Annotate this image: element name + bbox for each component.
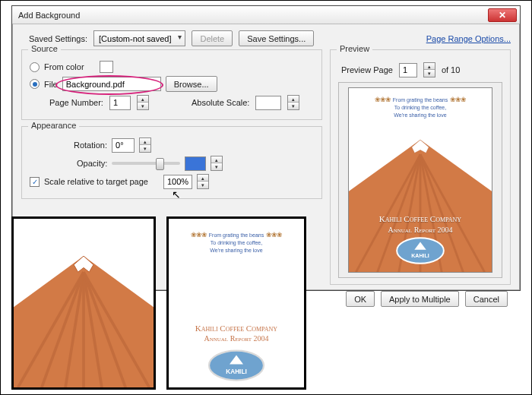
preview-of-label: of 10: [442, 65, 460, 74]
preview-page: ❀❀❀ From grating the beans ❀❀❀ To drinki…: [348, 87, 492, 273]
scale-relative-field[interactable]: 100%: [163, 175, 192, 189]
appearance-legend: Appearance: [28, 121, 79, 130]
source-legend: Source: [28, 44, 61, 53]
ok-button[interactable]: OK: [346, 291, 375, 307]
page-number-spinner[interactable]: ▴▾: [137, 95, 149, 110]
saved-settings-select[interactable]: [Custom-not saved]: [93, 30, 185, 46]
from-color-label: From color: [44, 62, 84, 71]
opacity-spinner[interactable]: ▴▾: [211, 156, 223, 171]
saved-settings-label: Saved Settings:: [29, 34, 87, 43]
svg-text:KAHILI: KAHILI: [411, 253, 429, 258]
absolute-scale-label: Absolute Scale:: [192, 98, 249, 107]
kahili-logo: KAHILI: [395, 237, 445, 264]
cover-subtitle: Annual Report 2004: [349, 226, 492, 234]
absolute-scale-field[interactable]: [255, 96, 281, 110]
file-label: File: [44, 80, 58, 89]
save-settings-button[interactable]: Save Settings...: [239, 30, 314, 46]
from-color-radio[interactable]: [30, 62, 40, 72]
source-group: Source From color File Background.pdf Br…: [21, 49, 322, 120]
preview-quotes: ❀❀❀ From grating the beans ❀❀❀ To drinki…: [349, 94, 492, 119]
cancel-button[interactable]: Cancel: [465, 291, 508, 307]
scale-relative-checkbox[interactable]: [30, 177, 40, 187]
browse-button[interactable]: Browse...: [166, 76, 217, 92]
file-field[interactable]: Background.pdf: [62, 77, 161, 91]
svg-point-9: [397, 238, 444, 263]
color-swatch[interactable]: [100, 61, 113, 73]
preview-legend: Preview: [337, 44, 372, 53]
appearance-group: Appearance Rotation: 0° ▴▾ Opacity: ▴▾: [21, 126, 322, 199]
rotation-spinner[interactable]: ▴▾: [139, 137, 151, 153]
preview-page-field[interactable]: 1: [399, 63, 417, 77]
rotation-field[interactable]: 0°: [112, 138, 135, 153]
opacity-slider[interactable]: [112, 162, 180, 165]
file-radio[interactable]: [30, 79, 40, 89]
rotation-label: Rotation:: [74, 141, 107, 150]
preview-page-label: Preview Page: [341, 65, 393, 74]
titlebar[interactable]: Add Background ✕: [12, 6, 520, 24]
page-number-label: Page Number:: [49, 98, 103, 107]
svg-text:KAHILI: KAHILI: [226, 368, 247, 375]
page-range-options-link[interactable]: Page Range Options...: [426, 34, 511, 43]
close-button[interactable]: ✕: [488, 8, 517, 22]
preview-group: Preview Preview Page 1 ▴▾ of 10 ❀❀❀ From…: [330, 49, 511, 285]
sample-cover-only: ❀❀❀ From grating the beans ❀❀❀ To drinki…: [166, 216, 306, 390]
delete-button[interactable]: Delete: [192, 30, 233, 46]
cover-company: Kahili Coffee Company: [349, 214, 492, 223]
sample-background-only: [11, 216, 156, 390]
absolute-scale-spinner[interactable]: ▴▾: [287, 95, 299, 110]
scale-relative-label: Scale relative to target page: [44, 177, 148, 186]
svg-point-21: [209, 351, 264, 381]
opacity-field[interactable]: [185, 156, 206, 171]
page-number-field[interactable]: 1: [109, 96, 131, 110]
preview-viewport: ❀❀❀ From grating the beans ❀❀❀ To drinki…: [338, 82, 502, 278]
opacity-label: Opacity:: [77, 159, 107, 168]
preview-page-spinner[interactable]: ▴▾: [423, 62, 435, 77]
window-title: Add Background: [18, 11, 80, 20]
scale-relative-spinner[interactable]: ▴▾: [197, 174, 209, 189]
apply-multiple-button[interactable]: Apply to Multiple: [381, 291, 459, 307]
